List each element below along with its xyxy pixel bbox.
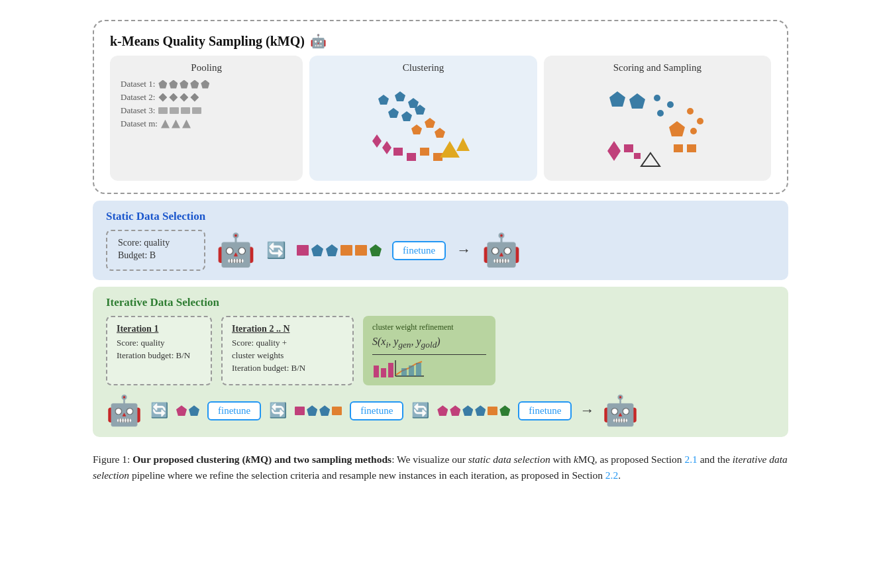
iterative-section: Iterative Data Selection Iteration 1 Sco… <box>93 287 788 437</box>
shape-d2-3 <box>180 93 188 102</box>
pooling-label: Pooling <box>121 62 292 74</box>
cluster-dot-5 <box>401 111 412 121</box>
is-8 <box>450 405 460 416</box>
kmq-box: k-Means Quality Sampling (kMQ) 🤖 Pooling… <box>93 20 788 194</box>
pooling-section: Pooling Dataset 1: Dataset 2: <box>110 56 303 181</box>
cluster-sq-1 <box>393 148 403 156</box>
bar-1 <box>374 366 379 377</box>
iter2-score-line1: Score: quality + <box>232 338 343 348</box>
sc-dot-6 <box>669 121 685 136</box>
is-9 <box>462 405 473 416</box>
bar-chart-svg <box>372 358 425 379</box>
caption-text-3: and the <box>698 454 733 465</box>
shape-d1-5 <box>201 80 209 89</box>
iter-robot-1: 🤖 <box>106 393 142 428</box>
cluster-svg <box>364 81 483 174</box>
iter-cycle-2: 🔄 <box>269 402 287 419</box>
static-cycle-icon: 🔄 <box>266 241 286 260</box>
dataset-row-m: Dataset m: <box>121 119 292 129</box>
is-4 <box>307 405 317 416</box>
iterative-title: Iterative Data Selection <box>106 296 775 309</box>
bar-2 <box>381 368 386 377</box>
static-inner: Score: quality Budget: B 🤖 🔄 finetune → … <box>106 230 775 271</box>
iter2-title: Iteration 2 .. N <box>232 324 343 334</box>
sc-dot-4 <box>667 101 674 108</box>
static-score-box: Score: quality Budget: B <box>106 230 205 271</box>
cluster-dot-1 <box>378 95 389 105</box>
sc-dia-1 <box>607 141 621 161</box>
shape-d2-2 <box>169 93 178 102</box>
cw-title: cluster weight refinement <box>372 322 486 332</box>
iter1-budget: Iteration budget: B/N <box>117 350 201 361</box>
cluster-dot-4 <box>388 108 399 118</box>
iteration-1-box: Iteration 1 Score: quality Iteration bud… <box>106 316 212 385</box>
static-data-shapes <box>297 244 382 256</box>
scoring-label: Scoring and Sampling <box>613 62 701 74</box>
caption-italic-1: static data selection <box>468 454 550 465</box>
cluster-canvas <box>364 81 483 174</box>
shape-d1-3 <box>180 80 188 89</box>
caption-text-4: pipeline where we refine the selection c… <box>129 469 605 481</box>
static-finetune-btn[interactable]: finetune <box>392 241 446 260</box>
shape-dm-2 <box>172 120 180 128</box>
shape-d1-4 <box>190 80 199 89</box>
dataset-row-1: Dataset 1: <box>121 79 292 89</box>
dataset-row-2: Dataset 2: <box>121 92 292 103</box>
iter2-score-line2: cluster weights <box>232 350 343 361</box>
cluster-dot-3 <box>408 98 419 108</box>
scoring-svg <box>597 81 717 174</box>
static-robot-2: 🤖 <box>482 232 521 269</box>
caption-link-1[interactable]: 2.1 <box>684 454 697 465</box>
shape-d1-2 <box>169 80 178 89</box>
static-shape-1 <box>297 245 309 256</box>
cluster-tri-2 <box>456 138 470 151</box>
iter-shapes-2 <box>295 405 342 416</box>
static-score: Score: quality <box>118 238 193 248</box>
shape-d3-4 <box>192 107 201 114</box>
caption-bold: Our proposed clustering (kMQ) and two sa… <box>132 454 391 465</box>
bar-3 <box>388 363 393 377</box>
shape-d1-1 <box>158 80 167 89</box>
cluster-dia-2 <box>382 141 391 154</box>
iter-shapes-3 <box>437 405 510 416</box>
bar-4 <box>401 368 407 376</box>
cluster-sq-2 <box>407 153 416 161</box>
shape-d3-1 <box>158 107 168 114</box>
fig-label: Figure 1: <box>93 454 132 465</box>
static-budget: Budget: B <box>118 250 193 261</box>
kmq-sections: Pooling Dataset 1: Dataset 2: <box>110 56 771 181</box>
is-7 <box>437 405 448 416</box>
is-6 <box>332 407 342 415</box>
kmq-title-text: k-Means Quality Sampling (kMQ) <box>110 34 305 49</box>
scoring-canvas <box>597 81 717 174</box>
iter-finetune-1[interactable]: finetune <box>207 401 261 420</box>
is-10 <box>475 405 486 416</box>
is-1 <box>176 405 187 416</box>
iter-finetune-2[interactable]: finetune <box>350 401 403 420</box>
caption-link-2[interactable]: 2.2 <box>605 469 618 481</box>
cluster-weight-box: cluster weight refinement S(xi, ygen, yg… <box>363 316 495 385</box>
iterative-top: Iteration 1 Score: quality Iteration bud… <box>106 316 775 385</box>
cluster-dia-1 <box>372 134 382 148</box>
sc-dot-8 <box>697 118 703 124</box>
cluster-dot-2 <box>395 91 405 101</box>
kmq-robot-emoji: 🤖 <box>310 33 327 49</box>
dataset-3-shapes <box>158 107 201 114</box>
sc-dot-3 <box>654 95 660 101</box>
sc-sq-2 <box>674 144 683 152</box>
dataset-2-shapes <box>158 93 199 102</box>
mini-chart <box>372 358 486 379</box>
iter-finetune-3[interactable]: finetune <box>518 401 572 420</box>
static-robot-1: 🤖 <box>216 234 256 266</box>
sc-dot-5 <box>657 110 664 117</box>
static-shape-2 <box>311 244 323 256</box>
static-title: Static Data Selection <box>106 210 775 223</box>
sc-dot-2 <box>629 93 645 109</box>
formula-line <box>372 354 486 355</box>
iter-cycle-1: 🔄 <box>150 402 168 419</box>
is-3 <box>295 407 305 415</box>
sc-dot-1 <box>609 91 625 107</box>
clustering-section: Clustering <box>309 56 537 181</box>
sc-tri-1 <box>641 153 660 166</box>
bar-5 <box>409 366 414 376</box>
